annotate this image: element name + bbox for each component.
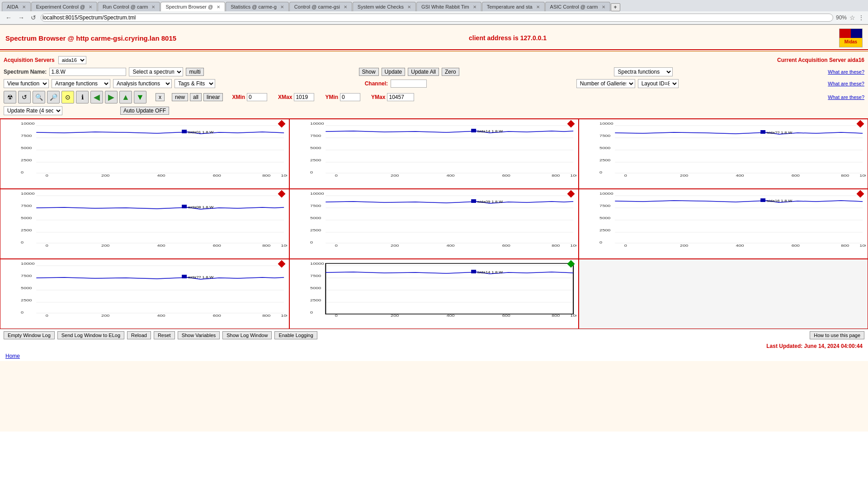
tab-close[interactable]: ✕ (536, 5, 540, 9)
zero-button[interactable]: Zero (442, 68, 459, 76)
tab-close[interactable]: ✕ (217, 5, 220, 9)
tab-statistics[interactable]: Statistics @ carme-g ✕ (226, 2, 289, 11)
svg-text:10000: 10000 (599, 191, 613, 195)
svg-rect-110 (760, 198, 765, 202)
channel-input[interactable] (391, 80, 427, 88)
num-galleries-select[interactable]: Number of Galleries (576, 79, 635, 88)
what-these-3[interactable]: What are these? (828, 94, 864, 100)
reset-button[interactable]: Reset (154, 331, 175, 339)
radiation-icon-btn[interactable]: ☢ (4, 91, 16, 103)
tab-close[interactable]: ✕ (344, 5, 347, 9)
how-to-button[interactable]: How to use this page (810, 331, 864, 339)
tab-close[interactable]: ✕ (280, 5, 284, 9)
tab-close[interactable]: ✕ (602, 5, 605, 9)
ymax-input[interactable] (387, 93, 414, 101)
zoom-out-icon-btn[interactable]: 🔎 (47, 91, 60, 103)
zoom-in-icon-btn[interactable]: 🔍 (33, 91, 45, 103)
chart-cell-4[interactable]: 10000 7500 5000 2500 0 0 200 400 600 800… (0, 189, 289, 259)
show-log-button[interactable]: Show Log Window (222, 331, 272, 339)
svg-text:aida08 1.8.W: aida08 1.8.W (188, 205, 213, 209)
spectra-functions-select[interactable]: Spectra functions (614, 67, 673, 76)
linear-button[interactable]: linear (203, 93, 223, 101)
svg-text:0: 0 (310, 240, 313, 244)
tab-temperature[interactable]: Temperature and sta ✕ (482, 2, 545, 11)
tab-asic-control[interactable]: ASIC Control @ carm ✕ (545, 2, 610, 11)
home-link[interactable]: Home (5, 353, 20, 359)
tab-close[interactable]: ✕ (407, 5, 411, 9)
enable-logging-button[interactable]: Enable Logging (274, 331, 317, 339)
show-variables-button[interactable]: Show Variables (178, 331, 220, 339)
back-button[interactable]: ← (4, 13, 14, 22)
acq-left: Acquisition Servers aida16 (4, 56, 86, 64)
xmin-input[interactable] (247, 93, 267, 101)
arrange-functions-select[interactable]: Arrange functions (52, 79, 110, 88)
address-bar[interactable] (41, 14, 833, 22)
arrow-up-btn[interactable]: ▲ (119, 91, 132, 103)
acq-server-select[interactable]: aida16 (58, 56, 86, 64)
svg-text:400: 400 (157, 313, 165, 317)
reload-button[interactable]: Reload (127, 331, 151, 339)
svg-text:1000: 1000 (570, 173, 576, 177)
update-all-button[interactable]: Update All (408, 68, 439, 76)
chart-cell-1[interactable]: 10000 7500 5000 2500 0 0 200 400 600 800… (0, 119, 289, 189)
empty-log-button[interactable]: Empty Window Log (4, 331, 55, 339)
ymin-input[interactable] (340, 93, 360, 101)
svg-text:400: 400 (157, 243, 165, 247)
new-button[interactable]: new (172, 93, 188, 101)
analysis-functions-select[interactable]: Analysis functions (113, 79, 172, 88)
what-these-2[interactable]: What are these? (828, 81, 864, 86)
svg-text:0: 0 (335, 173, 338, 177)
tab-control[interactable]: Control @ carme-gsi ✕ (289, 2, 352, 11)
tab-close[interactable]: ✕ (473, 5, 476, 9)
info-icon-btn[interactable]: ℹ (76, 91, 89, 103)
svg-text:10000: 10000 (310, 191, 324, 195)
svg-text:2500: 2500 (21, 298, 32, 302)
update-rate-select[interactable]: Update Rate (4 secs) (4, 106, 62, 115)
show-button[interactable]: Show (359, 68, 379, 76)
tab-system-checks[interactable]: System wide Checks ✕ (353, 2, 416, 11)
new-tab-button[interactable]: + (611, 3, 620, 11)
svg-text:1000: 1000 (281, 243, 287, 247)
chart-cell-6[interactable]: 10000 7500 5000 2500 0 0 200 400 600 800… (579, 189, 868, 259)
arrow-left-btn[interactable]: ◀ (90, 91, 103, 103)
svg-text:10000: 10000 (310, 121, 324, 125)
send-log-button[interactable]: Send Log Window to ELog (57, 331, 124, 339)
arrow-right-btn[interactable]: ▶ (105, 91, 118, 103)
spectrum-name-input[interactable] (49, 68, 126, 76)
arrow-down-btn[interactable]: ▼ (134, 91, 146, 103)
tab-aida[interactable]: AIDA ✕ (2, 2, 31, 11)
forward-button[interactable]: → (16, 13, 26, 22)
xmax-input[interactable] (294, 93, 314, 101)
layout-id-select[interactable]: Layout ID=8 (638, 79, 679, 88)
tab-close[interactable]: ✕ (89, 5, 92, 9)
tab-close[interactable]: ✕ (22, 5, 26, 9)
chart-cell-8[interactable]: 10000 7500 5000 2500 0 0 200 400 600 800… (289, 259, 579, 329)
chart-cell-3[interactable]: 10000 7500 5000 2500 0 0 200 400 600 800… (579, 119, 868, 189)
tab-experiment-control[interactable]: Experiment Control @ ✕ (31, 2, 97, 11)
tab-run-control[interactable]: Run Control @ carm ✕ (98, 2, 160, 11)
tab-gsi-white-rabbit[interactable]: GSI White Rabbit Tim ✕ (416, 2, 481, 11)
extensions-icon[interactable]: ⋮ (858, 14, 864, 21)
all-button[interactable]: all (190, 93, 202, 101)
v-icon-btn[interactable]: ⊙ (61, 91, 74, 103)
chart-cell-2[interactable]: 10000 7500 5000 2500 0 0 200 400 600 800… (289, 119, 579, 189)
svg-text:600: 600 (502, 173, 510, 177)
auto-update-button[interactable]: Auto Update OFF (120, 107, 169, 115)
tab-close[interactable]: ✕ (151, 5, 155, 9)
x-button[interactable]: x (156, 93, 165, 101)
what-these-1[interactable]: What are these? (828, 69, 864, 75)
reload-nav-button[interactable]: ↺ (29, 13, 38, 22)
tab-spectrum-browser[interactable]: Spectrum Browser @ ✕ (160, 2, 225, 11)
refresh-icon-btn[interactable]: ↺ (18, 91, 31, 103)
spectrum-select[interactable]: Select a spectrum (129, 67, 183, 76)
multi-button[interactable]: multi (186, 68, 203, 76)
svg-text:800: 800 (262, 173, 270, 177)
chart-cell-7[interactable]: 10000 7500 5000 2500 0 0 200 400 600 800… (0, 259, 289, 329)
update-button[interactable]: Update (382, 68, 406, 76)
bookmark-icon[interactable]: ☆ (849, 14, 855, 21)
svg-text:800: 800 (552, 173, 560, 177)
chart-cell-5[interactable]: 10000 7500 5000 2500 0 0 200 400 600 800… (289, 189, 579, 259)
svg-text:7500: 7500 (599, 203, 610, 207)
tags-fits-select[interactable]: Tags & Fits (175, 79, 215, 88)
view-functions-select[interactable]: View functions (4, 79, 49, 88)
